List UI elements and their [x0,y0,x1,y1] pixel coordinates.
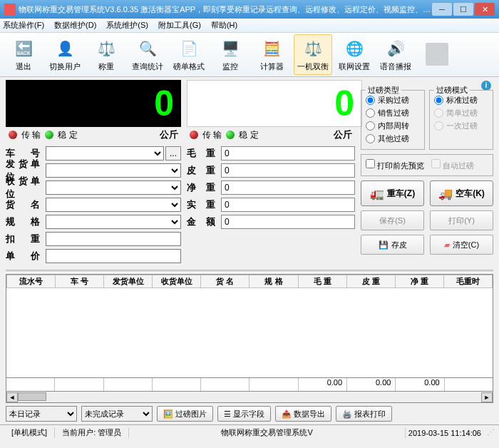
car-more-button[interactable]: ... [165,146,181,161]
truck-icon: 🚛 [370,187,384,200]
menu-maintain[interactable]: 系统维护(S) [106,20,148,31]
tb-blank[interactable] [418,34,456,75]
status-filter-select[interactable]: 未完成记录 [81,406,153,422]
unit-2: 公斤 [334,128,352,141]
status-user: 当前用户: 管理员 [55,427,129,438]
window-title: 物联网称重交易管理系统V3.6.0.35 激活衡器宝APP，即刻享受称重记录远程… [19,4,432,15]
radio-internal[interactable]: 内部周转 [366,119,420,132]
type-group: 过磅类型 采购过磅 销售过磅 内部周转 其他过磅 [361,90,425,150]
tb-switch-user[interactable]: 👤切换用户 [46,34,84,75]
tb-monitor[interactable]: 🖥️监控 [211,34,250,75]
scroll-right-icon[interactable]: ► [481,392,493,402]
stable-led-1 [45,131,53,139]
receiver-select[interactable] [46,180,181,195]
price-input[interactable] [46,249,181,263]
clear-button[interactable]: ▰清空(C) [430,235,493,255]
transmit-led-1 [9,131,17,139]
chk-auto: 自动过磅 [431,159,474,171]
tb-format[interactable]: 📄磅单格式 [170,34,208,75]
amount-value: 0 [221,215,355,229]
titlebar: 物联网称重交易管理系统V3.6.0.35 激活衡器宝APP，即刻享受称重记录远程… [0,0,499,19]
records-table[interactable]: 流水号车 号发货单位收货单位货 名规 格毛 重皮 重净 重毛重时 [6,274,493,378]
sum-row: 0.000.000.00 [6,378,493,392]
store-tare-button[interactable]: 💾存皮 [361,235,424,255]
statusbar: [单机模式] 当前用户: 管理员 物联网称重交易管理系统V 2019-03-15… [0,424,499,440]
tare-value: 0 [221,163,355,178]
status-time: 2019-03-15 11:14:06 [406,429,484,437]
car-select[interactable] [46,146,164,161]
menubar: 系统操作(F) 数据维护(D) 系统维护(S) 附加工具(G) 帮助(H) [0,19,499,33]
export-button[interactable]: 📤数据导出 [275,406,331,422]
menu-help[interactable]: 帮助(H) [211,20,237,31]
bottom-bar: 本日记录 未完成记录 🖼️过磅图片 ☰显示字段 📤数据导出 🖨️报表打印 [0,403,499,424]
export-icon: 📤 [282,409,292,419]
network-icon: 🌐 [343,37,366,60]
menu-tools[interactable]: 附加工具(G) [158,20,201,31]
calc-icon: 🧮 [260,37,283,60]
truck-empty-icon: 🚚 [438,187,453,200]
spec-select[interactable] [46,215,181,229]
exit-icon: 🔙 [12,37,35,60]
dual-scale-icon: ⚖️ [302,37,324,60]
minimize-button[interactable]: ─ [432,3,452,16]
status-mode: [单机模式] [4,427,55,438]
disk-icon: 💾 [379,240,389,250]
weight-display-1: 0 [6,80,181,127]
real-value: 0 [221,198,355,212]
radio-sale[interactable]: 销售过磅 [366,106,420,119]
close-button[interactable]: ✕ [475,3,495,16]
list-icon: ☰ [224,409,231,419]
transmit-led-2 [190,131,198,139]
sender-select[interactable] [46,163,181,178]
date-filter-select[interactable]: 本日记录 [6,406,77,422]
print-button: 打印(Y) [430,210,493,230]
menu-system[interactable]: 系统操作(F) [3,20,44,31]
h-scrollbar[interactable]: ◄ ► [6,392,493,403]
printer-icon: 🖨️ [342,409,352,419]
tb-weigh[interactable]: ⚖️称重 [87,34,125,75]
scroll-left-icon[interactable]: ◄ [6,392,18,402]
radio-once: 一次过磅 [434,119,488,132]
app-icon [4,4,16,15]
chk-preview[interactable]: 打印前先预览 [366,159,424,171]
tb-query[interactable]: 🔍查询统计 [128,34,167,75]
gross-value: 0 [221,146,355,161]
stable-led-2 [226,131,235,139]
empty-button[interactable]: 🚚空车(K) [430,180,493,206]
report-button[interactable]: 🖨️报表打印 [336,406,392,422]
radio-other[interactable]: 其他过磅 [366,132,420,145]
tb-dual[interactable]: ⚖️一机双衡 [294,34,332,75]
tb-calc[interactable]: 🧮计算器 [252,34,291,75]
speaker-icon: 🔊 [384,37,407,60]
monitor-icon: 🖥️ [219,37,242,60]
maximize-button[interactable]: ☐ [453,3,473,16]
blank-icon [426,43,448,66]
deduct-input[interactable] [46,232,181,246]
tb-exit[interactable]: 🔙退出 [4,34,43,75]
goods-select[interactable] [46,198,181,212]
left-panel: 0 传 输 稳 定 公斤 车 号... 发货单位 收货单位 货 名 规 格 扣 … [6,80,181,265]
save-button: 保存(S) [361,210,424,230]
status-sys: 物联网称重交易管理系统V [129,427,406,438]
tb-network[interactable]: 🌐联网设置 [335,34,374,75]
search-icon: 🔍 [136,37,159,60]
weight-display-2: 0 [187,80,362,127]
toolbar: 🔙退出 👤切换用户 ⚖️称重 🔍查询统计 📄磅单格式 🖥️监控 🧮计算器 ⚖️一… [0,33,499,77]
menu-data[interactable]: 数据维护(D) [54,20,96,31]
heavy-button[interactable]: 🚛重车(Z) [361,180,424,206]
net-value: 0 [221,180,355,195]
table-row[interactable] [7,288,493,365]
fields-button[interactable]: ☰显示字段 [217,406,271,422]
eraser-icon: ▰ [444,240,450,250]
image-icon: 🖼️ [163,409,173,419]
image-button[interactable]: 🖼️过磅图片 [157,406,213,422]
info-icon[interactable]: i [481,81,491,91]
splitter[interactable] [6,270,493,273]
scroll-thumb[interactable] [18,392,46,401]
mid-panel: 0 传 输 稳 定 公斤 毛 重0 皮 重0 净 重0 实 重0 金 额0 [187,80,355,265]
tb-voice[interactable]: 🔊语音播报 [376,34,415,75]
scale-icon: ⚖️ [95,37,118,60]
unit-1: 公斤 [160,128,178,141]
mode-group: 过磅模式 标准过磅 简单过磅 一次过磅 [429,90,493,150]
user-icon: 👤 [53,37,76,60]
